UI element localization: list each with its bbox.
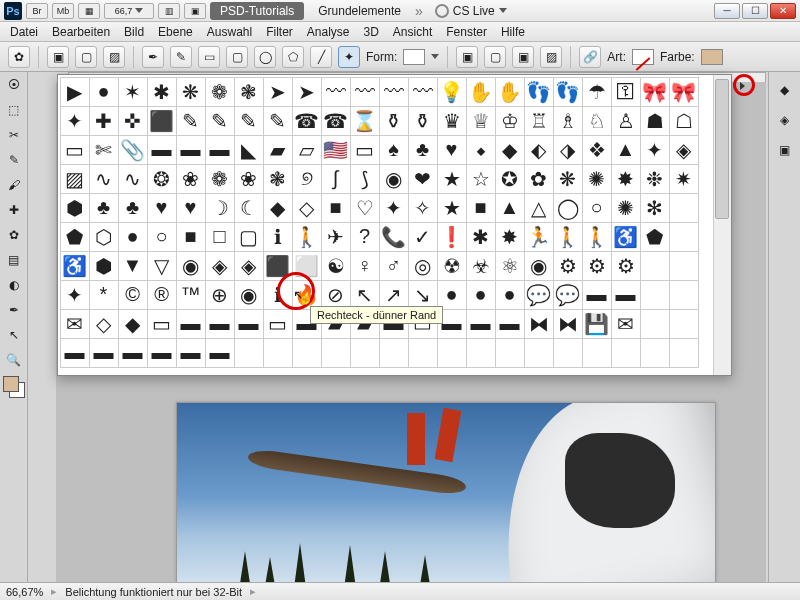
shape-cell[interactable]: ♂ (379, 251, 409, 281)
window-minimize-button[interactable]: ─ (714, 3, 740, 19)
shape-cell[interactable]: ▰ (263, 135, 293, 165)
shape-cell[interactable]: ■ (321, 193, 351, 223)
shape-tool-preset-button[interactable]: ✿ (8, 46, 30, 68)
shape-cell[interactable]: ⚙ (553, 251, 583, 281)
cslive-label[interactable]: CS Live (453, 4, 495, 18)
shape-cell[interactable]: ⊕ (205, 280, 235, 310)
shape-cell[interactable] (321, 338, 351, 368)
shape-cell[interactable]: ★ (437, 164, 467, 194)
shape-cell[interactable]: ↗ (379, 280, 409, 310)
shape-cell[interactable]: ◇ (89, 309, 119, 339)
shape-cell[interactable]: ▬ (176, 338, 206, 368)
mode-paths-button[interactable]: ▢ (75, 46, 97, 68)
menu-fenster[interactable]: Fenster (446, 25, 487, 39)
shape-cell[interactable]: ✱ (466, 222, 496, 252)
shape-cell[interactable]: 🚶 (553, 222, 583, 252)
menu-bearbeiten[interactable]: Bearbeiten (52, 25, 110, 39)
shape-cell[interactable]: ✦ (640, 135, 670, 165)
shape-cell[interactable]: ▨ (60, 164, 90, 194)
shape-cell[interactable]: ⬟ (60, 222, 90, 252)
shape-cell[interactable]: ♥ (147, 193, 177, 223)
shape-cell[interactable]: ▬ (176, 135, 206, 165)
shape-cell[interactable]: ℹ (263, 280, 293, 310)
shape-cell[interactable]: ↖ (350, 280, 380, 310)
shape-cell[interactable]: ✶ (118, 77, 148, 107)
shape-cell[interactable]: ■ (176, 222, 206, 252)
shape-cell[interactable]: ⚛ (495, 251, 525, 281)
shape-cell[interactable]: ♀ (350, 251, 380, 281)
shape-cell[interactable]: ⚙ (611, 251, 641, 281)
shape-cell[interactable]: 〰 (379, 77, 409, 107)
shape-cell[interactable]: ⟆ (350, 164, 380, 194)
window-maximize-button[interactable]: ☐ (742, 3, 768, 19)
shape-cell[interactable]: ♣ (408, 135, 438, 165)
shape-cell[interactable]: 📎 (118, 135, 148, 165)
shape-cell[interactable]: ◯ (553, 193, 583, 223)
shape-cell[interactable]: ❗ (437, 222, 467, 252)
shape-cell[interactable]: ⬛ (263, 251, 293, 281)
dodge-tool[interactable]: ◐ (2, 273, 26, 297)
custom-shape-button-active[interactable]: ✦ (338, 46, 360, 68)
shape-cell[interactable]: ▬ (234, 309, 264, 339)
gradient-tool[interactable]: ▤ (2, 248, 26, 272)
shape-cell[interactable]: ✷ (669, 164, 699, 194)
shape-cell[interactable] (292, 338, 322, 368)
menu-hilfe[interactable]: Hilfe (501, 25, 525, 39)
shape-cell[interactable]: ▬ (118, 338, 148, 368)
shape-cell[interactable]: 📞 (379, 222, 409, 252)
shape-cell[interactable]: ▼ (118, 251, 148, 281)
shape-cell[interactable]: ⬜ (292, 251, 322, 281)
line-button[interactable]: ╱ (310, 46, 332, 68)
shape-cell[interactable]: ● (118, 222, 148, 252)
freeform-pen-button[interactable]: ✎ (170, 46, 192, 68)
shape-cell[interactable] (553, 338, 583, 368)
shape-cell[interactable]: ♛ (437, 106, 467, 136)
shape-cell[interactable]: ❉ (640, 164, 670, 194)
shape-cell[interactable]: ✋ (466, 77, 496, 107)
tab-overflow-icon[interactable]: » (415, 3, 423, 19)
crop-tool[interactable]: ✂ (2, 123, 26, 147)
shape-cell[interactable]: ★ (437, 193, 467, 223)
shape-cell[interactable] (669, 222, 699, 252)
bridge-button[interactable]: Br (26, 3, 48, 19)
shape-cell[interactable]: 〰 (350, 77, 380, 107)
shape-cell[interactable]: * (89, 280, 119, 310)
shape-cell[interactable]: ⬖ (524, 135, 554, 165)
shape-cell[interactable]: ✺ (582, 164, 612, 194)
shape-cell[interactable]: ✉ (60, 309, 90, 339)
menu-filter[interactable]: Filter (266, 25, 293, 39)
pathop-exclude-button[interactable]: ▨ (540, 46, 562, 68)
shape-cell[interactable]: ✧ (408, 193, 438, 223)
menu-ebene[interactable]: Ebene (158, 25, 193, 39)
shape-cell[interactable]: ☖ (669, 106, 699, 136)
shape-cell[interactable]: ⚱ (408, 106, 438, 136)
shape-cell[interactable]: ▬ (176, 309, 206, 339)
shape-cell[interactable]: 🔥 (292, 280, 322, 310)
shape-cell[interactable]: ✦ (379, 193, 409, 223)
shape-cell[interactable]: ▬ (495, 309, 525, 339)
shape-cell[interactable]: ✻ (640, 193, 670, 223)
shape-cell[interactable]: ✸ (495, 222, 525, 252)
shape-cell[interactable]: ✚ (89, 106, 119, 136)
shape-cell[interactable]: ✺ (611, 193, 641, 223)
shape-cell[interactable] (350, 338, 380, 368)
shape-cell[interactable] (669, 280, 699, 310)
healing-tool[interactable]: ✚ (2, 198, 26, 222)
channels-panel-icon[interactable]: ◈ (773, 108, 797, 132)
pathop-subtract-button[interactable]: ▢ (484, 46, 506, 68)
shape-cell[interactable]: ❁ (205, 164, 235, 194)
document-canvas[interactable] (176, 402, 716, 600)
shape-cell[interactable] (669, 309, 699, 339)
shape-cell[interactable]: △ (524, 193, 554, 223)
mode-shape-layers-button[interactable]: ▣ (47, 46, 69, 68)
ellipse-button[interactable]: ◯ (254, 46, 276, 68)
shape-cell[interactable]: ୭ (292, 164, 322, 194)
shape-cell[interactable]: ⬢ (60, 193, 90, 223)
shape-cell[interactable]: ◣ (234, 135, 264, 165)
shape-cell[interactable]: ▬ (466, 309, 496, 339)
shape-cell[interactable]: ♿ (611, 222, 641, 252)
move-tool[interactable]: ↖ (2, 323, 26, 347)
shape-cell[interactable]: ❀ (234, 164, 264, 194)
shape-cell[interactable]: ✎ (176, 106, 206, 136)
shape-cell[interactable]: ◉ (176, 251, 206, 281)
